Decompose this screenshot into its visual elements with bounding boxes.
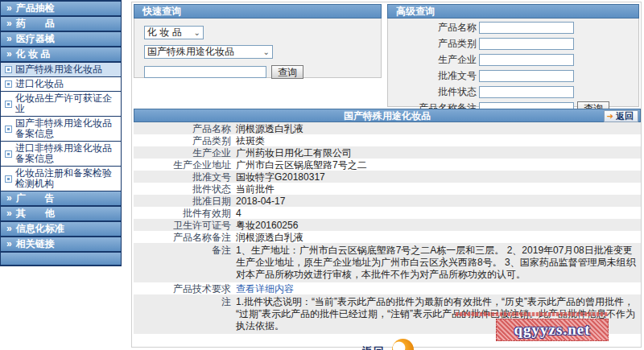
advanced-input-product-category[interactable]	[479, 38, 574, 50]
sidebar-header-advertising[interactable]: »广 告	[1, 191, 121, 207]
detail-row-manufacturer: 生产企业广州药妆日用化工有限公司	[134, 146, 641, 159]
double-chevron-icon: »	[6, 192, 12, 204]
fine-print-watermark	[456, 312, 609, 316]
site-watermark-stamp: qgyyzs.net	[496, 319, 609, 341]
page: »产品抽检»药 品»医疗器械»化 妆 品国产特殊用途化妆品进口化妆品化妆品生产许…	[0, 0, 644, 350]
advanced-field-row-product-category: 产品类别	[388, 37, 638, 51]
advanced-field-label: 生产企业	[388, 53, 477, 67]
advanced-input-manufacturer[interactable]	[479, 54, 574, 66]
square-bullet-icon	[5, 175, 12, 183]
detail-row-label: 卫生许可证号	[134, 219, 236, 231]
sidebar-footer-bar	[1, 253, 121, 266]
sidebar-header-label: 相关链接	[16, 238, 55, 249]
detail-row-label: 产品类别	[134, 134, 236, 146]
sidebar-item-imported-cosmetics[interactable]: 进口化妆品	[1, 77, 121, 92]
detail-row-label: 产品名称	[134, 122, 236, 134]
chevron-down-icon: ⌄	[263, 48, 270, 56]
sidebar-header-label: 化 妆 品	[16, 48, 51, 60]
orange-ball-icon	[392, 339, 414, 350]
detail-title: 国产特殊用途化妆品	[344, 110, 431, 121]
advanced-search-title: 高级查询	[387, 4, 639, 19]
detail-row-label: 批准日期	[134, 195, 236, 207]
detail-row-label: 产品名称备注	[134, 231, 236, 243]
advanced-field-label: 批准文号	[388, 69, 477, 83]
quick-keyword-input[interactable]	[144, 66, 266, 78]
return-button-label: 返回	[362, 344, 385, 350]
double-chevron-icon: »	[6, 238, 12, 249]
sidebar-item-production-license-enterprises[interactable]: 化妆品生产许可获证企业	[1, 92, 121, 117]
advanced-input-approval-status[interactable]	[479, 86, 574, 98]
double-chevron-icon: »	[6, 18, 12, 29]
detail-row-product-category: 产品类别祛斑类	[134, 134, 641, 146]
quick-search-button[interactable]: 查询	[271, 65, 303, 79]
detail-row-label: 注	[134, 294, 236, 334]
sidebar-item-imported-nonspecial-filing[interactable]: 进口非特殊用途化妆品备案信息	[1, 142, 121, 167]
sidebar-item-label: 进口非特殊用途化妆品备案信息	[15, 143, 119, 164]
detail-row-label: 批件状态	[134, 183, 236, 195]
detail-row-value: 粤妆20160256	[236, 219, 641, 231]
quick-type-select[interactable]: 国产特殊用途化妆品 ⌄	[144, 45, 273, 59]
detail-row-manufacturer-address: 生产企业地址广州市白云区锅底塱路7号之二	[134, 159, 641, 171]
sidebar-header-label: 产品抽检	[16, 2, 55, 14]
detail-row-label: 批件有效期	[134, 207, 236, 219]
detail-row-label: 批准文号	[134, 171, 236, 183]
detail-row-label: 生产企业地址	[134, 159, 236, 171]
sidebar-item-label: 化妆品生产许可获证企业	[15, 93, 119, 114]
detail-row-value: 当前批件	[236, 183, 641, 195]
detail-row-approval-date: 批准日期2018-04-17	[134, 195, 641, 207]
double-chevron-icon: »	[6, 223, 12, 234]
sidebar-item-inspection-agencies[interactable]: 化妆品注册和备案检验检测机构	[1, 167, 121, 191]
detail-row-value: 润根源透白乳液	[236, 122, 641, 134]
sidebar-item-domestic-special-cosmetics[interactable]: 国产特殊用途化妆品	[1, 63, 121, 77]
detail-row-product-name: 产品名称润根源透白乳液	[134, 122, 641, 134]
sidebar-item-label: 进口化妆品	[15, 79, 64, 89]
detail-row-value: 润根源透白乳液	[236, 231, 641, 243]
detail-row-product-name-remark: 产品名称备注润根源透白乳液	[134, 231, 641, 243]
sidebar-header-drugs[interactable]: »药 品	[1, 17, 121, 32]
detail-row-value: 4	[236, 207, 641, 219]
sidebar-item-label: 化妆品注册和备案检验检测机构	[15, 168, 119, 189]
detail-title-bar: 国产特殊用途化妆品 ➜ 返回	[134, 109, 641, 122]
sidebar-item-domestic-nonspecial-filing[interactable]: 国产非特殊用途化妆品备案信息	[1, 117, 121, 142]
sidebar-item-label: 国产特殊用途化妆品	[15, 64, 102, 75]
detail-row-value: 广州市白云区锅底塱路7号之二	[236, 159, 641, 171]
detail-row-value: 广州药妆日用化工有限公司	[236, 146, 641, 159]
advanced-search-panel: 高级查询 产品名称产品类别生产企业批准文号批件状态产品名称备注查询	[387, 4, 639, 107]
sidebar: »产品抽检»药 品»医疗器械»化 妆 品国产特殊用途化妆品进口化妆品化妆品生产许…	[0, 0, 122, 266]
square-bullet-icon	[5, 101, 12, 108]
square-bullet-icon	[5, 150, 12, 158]
sidebar-header-label: 广 告	[16, 192, 55, 204]
sidebar-header-medical-devices[interactable]: »医疗器械	[1, 32, 121, 47]
double-chevron-icon: »	[6, 33, 12, 44]
advanced-input-approval-number[interactable]	[479, 70, 574, 82]
detail-row-approval-status: 批件状态当前批件	[134, 183, 641, 195]
sidebar-header-label: 其 他	[16, 208, 55, 219]
detail-row-validity-period: 批件有效期4	[134, 207, 641, 219]
back-button-top[interactable]: ➜ 返回	[604, 110, 638, 122]
quick-type-value: 国产特殊用途化妆品	[147, 45, 234, 59]
view-details-link[interactable]: 查看详细内容	[236, 282, 641, 294]
detail-row-value: 国妆特字G20180317	[236, 171, 641, 183]
sidebar-header-other[interactable]: »其 他	[1, 207, 121, 222]
detail-row-label: 生产企业	[134, 146, 236, 159]
advanced-field-label: 产品类别	[388, 37, 477, 51]
return-button-bottom[interactable]: 返回	[361, 339, 414, 350]
sidebar-header-cosmetics[interactable]: »化 妆 品	[1, 47, 121, 63]
advanced-field-row-approval-number: 批准文号	[388, 69, 638, 83]
advanced-input-product-name[interactable]	[479, 22, 574, 34]
sidebar-header-it-standards[interactable]: »信息化标准	[1, 222, 121, 237]
back-button-label: 返回	[616, 112, 634, 121]
square-bullet-icon	[5, 126, 12, 133]
watermark-text: qgyyzs.net	[514, 321, 591, 339]
detail-row-value: 祛斑类	[236, 134, 641, 146]
detail-row-label: 产品技术要求	[134, 282, 236, 294]
advanced-field-label: 批件状态	[388, 85, 477, 99]
sidebar-header-product-sampling[interactable]: »产品抽检	[1, 2, 121, 17]
chevron-down-icon: ⌄	[194, 29, 200, 37]
detail-row-remark: 备注1、生产地址：广州市白云区锅底塱路7号之二A栋一层和三层。 2、2019年0…	[134, 243, 641, 282]
double-chevron-icon: »	[6, 2, 12, 14]
sidebar-header-related-links[interactable]: »相关链接	[1, 237, 121, 253]
quick-category-select[interactable]: 化 妆 品 ⌄	[144, 26, 204, 39]
square-bullet-icon	[5, 80, 12, 88]
sidebar-header-label: 医疗器械	[16, 33, 55, 44]
